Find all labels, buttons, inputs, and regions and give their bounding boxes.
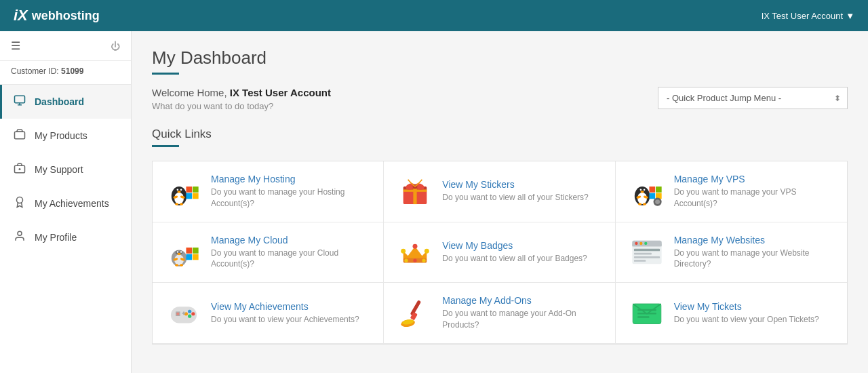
product-jump-wrapper: - Quick Product Jump Menu - [658,87,848,109]
svg-rect-58 [186,248,192,254]
svg-rect-0 [15,96,25,103]
svg-point-86 [184,313,188,316]
quick-link-manage-cloud[interactable]: Manage My Cloud Do you want to manage yo… [153,222,384,283]
achievements-ql-icon [166,295,201,330]
vps-text: Manage My VPS Do you want to manage your… [674,174,833,210]
sidebar: ☰ ⏻ Customer ID: 51099 Dashboard My Prod… [0,31,132,373]
badges-desc: Do you want to view all of your Badges? [442,253,587,264]
svg-point-35 [643,189,645,191]
greeting-sub: What do you want to do today? [152,101,331,111]
svg-point-36 [640,191,644,193]
sidebar-nav: Dashboard My Products My Support My Achi… [0,85,131,373]
vps-desc: Do you want to manage your VPS Account(s… [674,186,833,210]
hosting-icon [166,174,201,209]
stickers-text: View My Stickers Do you want to view all… [442,179,588,203]
svg-rect-19 [186,186,192,193]
svg-point-6 [17,197,23,203]
achievements-ql-desc: Do you want to view your Achievements? [211,314,359,326]
svg-point-85 [188,315,191,318]
stickers-desc: Do you want to view all of your Stickers… [442,192,588,203]
svg-rect-79 [634,260,646,262]
quick-link-view-badges[interactable]: View My Badges Do you want to view all o… [384,222,615,283]
hosting-desc: Do you want to manage your Hosting Accou… [211,186,370,210]
products-icon [13,128,26,143]
svg-point-84 [191,313,195,316]
sidebar-item-dashboard[interactable]: Dashboard [0,85,131,119]
quick-link-manage-hosting[interactable]: Manage My Hosting Do you want to manage … [153,161,384,222]
svg-rect-22 [193,193,199,199]
svg-point-56 [175,264,178,266]
achievements-ql-title: View My Achievements [211,301,359,312]
main-layout: ☰ ⏻ Customer ID: 51099 Dashboard My Prod… [0,31,868,373]
svg-point-51 [177,251,179,253]
brand-logo: iX webhosting [14,7,100,24]
svg-rect-41 [649,186,655,193]
svg-point-52 [180,251,182,253]
quick-link-view-tickets[interactable]: View My Tickets Do you want to view your… [616,283,847,344]
svg-rect-60 [186,254,192,260]
user-account-menu[interactable]: IX Test User Account ▼ [762,11,854,21]
svg-point-13 [180,189,182,191]
hosting-title: Manage My Hosting [211,174,370,184]
quick-link-view-achievements[interactable]: View My Achievements Do you want to view… [153,283,384,344]
websites-text: Manage My Websites Do you want to manage… [674,235,833,271]
main-content: My Dashboard Welcome Home, IX Test User … [132,31,868,373]
svg-rect-88 [183,312,184,315]
svg-point-83 [188,310,191,313]
quick-link-manage-vps[interactable]: Manage My VPS Do you want to manage your… [616,161,847,222]
svg-point-18 [180,203,183,205]
sidebar-item-label: My Achievements [35,198,109,209]
user-account-label: IX Test User Account [762,11,843,21]
svg-point-68 [414,258,417,262]
svg-rect-20 [193,186,199,193]
stickers-title: View My Stickers [442,179,588,190]
badges-icon [397,235,433,270]
tickets-desc: Do you want to view your Open Tickets? [674,314,819,326]
quick-links-grid: Manage My Hosting Do you want to manage … [152,161,848,345]
svg-point-64 [401,249,406,254]
hamburger-icon[interactable]: ☰ [11,39,20,52]
svg-point-81 [176,313,180,316]
quick-link-manage-websites[interactable]: Manage My Websites Do you want to manage… [616,222,847,283]
sidebar-item-my-products[interactable]: My Products [0,119,131,153]
sidebar-item-my-profile[interactable]: My Profile [0,220,131,254]
sidebar-item-label: My Support [35,164,83,175]
profile-icon [13,230,26,245]
addons-text: Manage My Add-Ons Do you want to manage … [442,295,601,331]
svg-point-67 [405,258,408,262]
quick-link-view-stickers[interactable]: View My Stickers Do you want to view all… [384,161,615,222]
svg-point-75 [644,242,647,245]
power-icon[interactable]: ⏻ [111,41,120,52]
greeting-name: IX Test User Account [230,87,331,98]
svg-point-53 [177,253,180,255]
stickers-icon [397,174,433,209]
quick-link-manage-addons[interactable]: Manage My Add-Ons Do you want to manage … [384,283,615,344]
websites-icon [629,235,665,270]
svg-rect-26 [403,190,427,192]
product-jump-select[interactable]: - Quick Product Jump Menu - [658,87,848,109]
svg-rect-21 [186,193,192,199]
navbar: iX webhosting IX Test User Account ▼ [0,0,868,31]
addons-title: Manage My Add-Ons [442,295,601,306]
sidebar-item-my-achievements[interactable]: My Achievements [0,186,131,220]
customer-id-label: Customer ID: [11,66,59,76]
user-caret-icon: ▼ [846,11,854,21]
websites-title: Manage My Websites [674,235,833,246]
title-underline [152,73,179,75]
svg-point-34 [639,189,642,191]
websites-desc: Do you want to manage your Website Direc… [674,248,833,271]
svg-point-40 [643,203,646,205]
svg-point-74 [639,242,642,245]
svg-point-31 [637,193,647,204]
svg-rect-97 [637,317,649,319]
svg-rect-42 [656,186,662,193]
page-title: My Dashboard [152,47,848,68]
badges-title: View My Badges [442,240,587,251]
badges-text: View My Badges Do you want to view all o… [442,240,587,264]
tickets-title: View My Tickets [674,301,819,312]
svg-point-73 [635,242,637,245]
svg-rect-76 [634,249,660,251]
vps-title: Manage My VPS [674,174,833,184]
svg-rect-43 [649,193,655,199]
sidebar-item-my-support[interactable]: My Support [0,153,131,186]
